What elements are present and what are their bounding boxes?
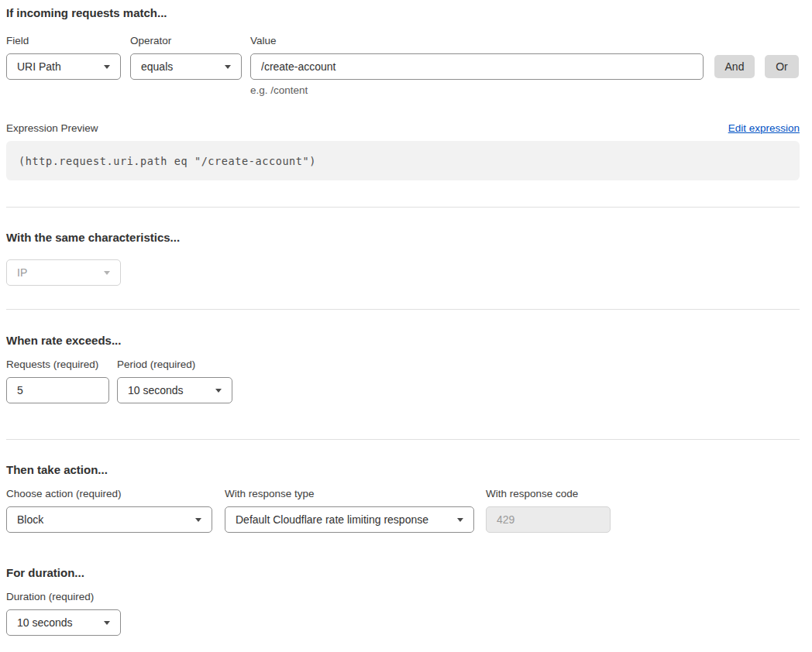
action-section-heading: Then take action...	[6, 462, 800, 477]
chevron-down-icon	[215, 389, 222, 393]
expression-preview-code: (http.request.uri.path eq "/create-accou…	[6, 141, 800, 180]
characteristics-section-heading: With the same characteristics...	[6, 230, 800, 245]
match-section-heading: If incoming requests match...	[6, 5, 800, 20]
operator-label: Operator	[130, 35, 242, 47]
response-type-select[interactable]: Default Cloudflare rate limiting respons…	[225, 506, 474, 533]
period-select[interactable]: 10 seconds	[117, 377, 232, 403]
operator-select[interactable]: equals	[130, 53, 242, 80]
value-label: Value	[250, 35, 704, 47]
field-select-value: URI Path	[17, 60, 61, 73]
response-type-label: With response type	[225, 488, 474, 500]
action-row: Choose action (required) Block With resp…	[6, 488, 800, 533]
value-hint: e.g. /content	[250, 84, 704, 97]
chevron-down-icon	[195, 518, 201, 522]
chevron-down-icon	[104, 621, 110, 625]
section-divider	[6, 439, 800, 440]
response-type-select-value: Default Cloudflare rate limiting respons…	[236, 513, 428, 526]
edit-expression-link[interactable]: Edit expression	[728, 122, 800, 134]
response-code-label: With response code	[486, 488, 611, 500]
characteristic-select: IP	[6, 259, 121, 286]
choose-action-select-value: Block	[17, 513, 43, 526]
duration-col: Duration (required) 10 seconds	[6, 591, 121, 636]
duration-select-value: 10 seconds	[17, 616, 73, 629]
rate-row: Requests (required) Period (required) 10…	[6, 359, 800, 403]
choose-action-select[interactable]: Block	[6, 506, 212, 533]
chevron-down-icon	[104, 65, 110, 69]
or-button[interactable]: Or	[765, 55, 799, 78]
chevron-down-icon	[104, 271, 110, 275]
chevron-down-icon	[457, 518, 463, 522]
operator-select-value: equals	[141, 60, 173, 73]
duration-section-heading: For duration...	[6, 565, 800, 580]
and-button[interactable]: And	[714, 55, 755, 78]
duration-label: Duration (required)	[6, 591, 121, 603]
chevron-down-icon	[225, 65, 231, 69]
section-divider	[6, 207, 800, 208]
value-input[interactable]	[250, 53, 704, 80]
section-divider	[6, 309, 800, 310]
duration-select[interactable]: 10 seconds	[6, 609, 121, 636]
period-label: Period (required)	[117, 359, 232, 371]
rate-limiting-rule-form: If incoming requests match... Field URI …	[0, 0, 806, 636]
expression-preview-header: Expression Preview Edit expression	[6, 122, 800, 134]
field-select[interactable]: URI Path	[6, 53, 121, 80]
field-label: Field	[6, 35, 121, 47]
requests-label: Requests (required)	[6, 359, 109, 371]
choose-action-label: Choose action (required)	[6, 488, 212, 500]
match-expression-row: Field URI Path Operator equals Value e.g…	[6, 35, 800, 97]
requests-input[interactable]	[6, 377, 109, 403]
expression-preview-label: Expression Preview	[6, 122, 98, 134]
response-code-input	[486, 506, 611, 533]
period-select-value: 10 seconds	[128, 384, 184, 396]
characteristic-select-value: IP	[17, 266, 27, 279]
rate-section-heading: When rate exceeds...	[6, 333, 800, 348]
